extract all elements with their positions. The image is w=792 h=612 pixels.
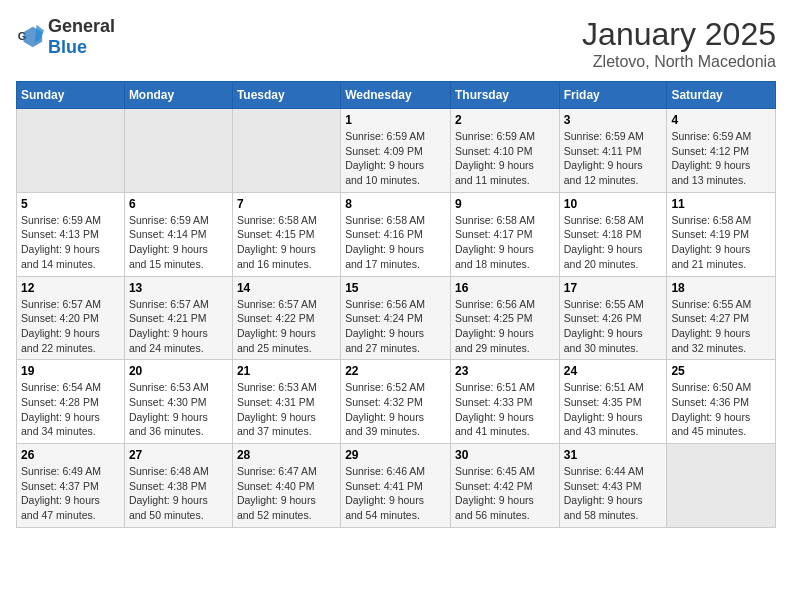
calendar-cell: 27Sunrise: 6:48 AM Sunset: 4:38 PM Dayli… — [124, 444, 232, 528]
day-info: Sunrise: 6:52 AM Sunset: 4:32 PM Dayligh… — [345, 380, 446, 439]
day-info: Sunrise: 6:53 AM Sunset: 4:30 PM Dayligh… — [129, 380, 228, 439]
day-number: 19 — [21, 364, 120, 378]
day-number: 7 — [237, 197, 336, 211]
day-number: 28 — [237, 448, 336, 462]
day-info: Sunrise: 6:59 AM Sunset: 4:13 PM Dayligh… — [21, 213, 120, 272]
day-number: 31 — [564, 448, 663, 462]
calendar-cell: 30Sunrise: 6:45 AM Sunset: 4:42 PM Dayli… — [450, 444, 559, 528]
day-number: 18 — [671, 281, 771, 295]
day-info: Sunrise: 6:56 AM Sunset: 4:24 PM Dayligh… — [345, 297, 446, 356]
calendar-cell: 14Sunrise: 6:57 AM Sunset: 4:22 PM Dayli… — [232, 276, 340, 360]
day-header-thursday: Thursday — [450, 82, 559, 109]
day-number: 9 — [455, 197, 555, 211]
day-number: 14 — [237, 281, 336, 295]
day-info: Sunrise: 6:44 AM Sunset: 4:43 PM Dayligh… — [564, 464, 663, 523]
page-subtitle: Zletovo, North Macedonia — [582, 53, 776, 71]
calendar-cell: 31Sunrise: 6:44 AM Sunset: 4:43 PM Dayli… — [559, 444, 667, 528]
page-header: G General Blue January 2025 Zletovo, Nor… — [16, 16, 776, 71]
logo-icon: G — [16, 23, 44, 51]
day-info: Sunrise: 6:58 AM Sunset: 4:19 PM Dayligh… — [671, 213, 771, 272]
day-number: 17 — [564, 281, 663, 295]
day-number: 1 — [345, 113, 446, 127]
day-info: Sunrise: 6:51 AM Sunset: 4:33 PM Dayligh… — [455, 380, 555, 439]
calendar-cell: 26Sunrise: 6:49 AM Sunset: 4:37 PM Dayli… — [17, 444, 125, 528]
calendar-cell: 28Sunrise: 6:47 AM Sunset: 4:40 PM Dayli… — [232, 444, 340, 528]
calendar-cell: 29Sunrise: 6:46 AM Sunset: 4:41 PM Dayli… — [341, 444, 451, 528]
day-number: 4 — [671, 113, 771, 127]
calendar-cell: 19Sunrise: 6:54 AM Sunset: 4:28 PM Dayli… — [17, 360, 125, 444]
day-number: 25 — [671, 364, 771, 378]
day-number: 5 — [21, 197, 120, 211]
calendar-cell — [124, 109, 232, 193]
day-info: Sunrise: 6:55 AM Sunset: 4:27 PM Dayligh… — [671, 297, 771, 356]
calendar-cell: 7Sunrise: 6:58 AM Sunset: 4:15 PM Daylig… — [232, 192, 340, 276]
week-row-3: 12Sunrise: 6:57 AM Sunset: 4:20 PM Dayli… — [17, 276, 776, 360]
calendar-cell: 8Sunrise: 6:58 AM Sunset: 4:16 PM Daylig… — [341, 192, 451, 276]
day-info: Sunrise: 6:54 AM Sunset: 4:28 PM Dayligh… — [21, 380, 120, 439]
calendar-cell: 13Sunrise: 6:57 AM Sunset: 4:21 PM Dayli… — [124, 276, 232, 360]
calendar-cell: 25Sunrise: 6:50 AM Sunset: 4:36 PM Dayli… — [667, 360, 776, 444]
day-info: Sunrise: 6:59 AM Sunset: 4:09 PM Dayligh… — [345, 129, 446, 188]
day-info: Sunrise: 6:59 AM Sunset: 4:11 PM Dayligh… — [564, 129, 663, 188]
day-header-friday: Friday — [559, 82, 667, 109]
day-header-saturday: Saturday — [667, 82, 776, 109]
week-row-5: 26Sunrise: 6:49 AM Sunset: 4:37 PM Dayli… — [17, 444, 776, 528]
calendar-cell: 9Sunrise: 6:58 AM Sunset: 4:17 PM Daylig… — [450, 192, 559, 276]
day-info: Sunrise: 6:58 AM Sunset: 4:15 PM Dayligh… — [237, 213, 336, 272]
calendar-cell — [17, 109, 125, 193]
day-info: Sunrise: 6:58 AM Sunset: 4:18 PM Dayligh… — [564, 213, 663, 272]
day-info: Sunrise: 6:57 AM Sunset: 4:20 PM Dayligh… — [21, 297, 120, 356]
day-info: Sunrise: 6:58 AM Sunset: 4:17 PM Dayligh… — [455, 213, 555, 272]
calendar-cell: 5Sunrise: 6:59 AM Sunset: 4:13 PM Daylig… — [17, 192, 125, 276]
day-number: 20 — [129, 364, 228, 378]
day-header-wednesday: Wednesday — [341, 82, 451, 109]
day-number: 15 — [345, 281, 446, 295]
day-info: Sunrise: 6:58 AM Sunset: 4:16 PM Dayligh… — [345, 213, 446, 272]
day-info: Sunrise: 6:57 AM Sunset: 4:21 PM Dayligh… — [129, 297, 228, 356]
day-header-tuesday: Tuesday — [232, 82, 340, 109]
calendar-cell: 2Sunrise: 6:59 AM Sunset: 4:10 PM Daylig… — [450, 109, 559, 193]
day-number: 10 — [564, 197, 663, 211]
calendar-cell: 3Sunrise: 6:59 AM Sunset: 4:11 PM Daylig… — [559, 109, 667, 193]
day-info: Sunrise: 6:59 AM Sunset: 4:10 PM Dayligh… — [455, 129, 555, 188]
day-number: 8 — [345, 197, 446, 211]
day-header-monday: Monday — [124, 82, 232, 109]
day-number: 6 — [129, 197, 228, 211]
week-row-1: 1Sunrise: 6:59 AM Sunset: 4:09 PM Daylig… — [17, 109, 776, 193]
day-info: Sunrise: 6:49 AM Sunset: 4:37 PM Dayligh… — [21, 464, 120, 523]
day-info: Sunrise: 6:46 AM Sunset: 4:41 PM Dayligh… — [345, 464, 446, 523]
day-number: 12 — [21, 281, 120, 295]
logo-blue: Blue — [48, 37, 87, 57]
calendar-cell: 23Sunrise: 6:51 AM Sunset: 4:33 PM Dayli… — [450, 360, 559, 444]
calendar-cell: 15Sunrise: 6:56 AM Sunset: 4:24 PM Dayli… — [341, 276, 451, 360]
day-number: 2 — [455, 113, 555, 127]
calendar-cell: 22Sunrise: 6:52 AM Sunset: 4:32 PM Dayli… — [341, 360, 451, 444]
calendar-cell: 18Sunrise: 6:55 AM Sunset: 4:27 PM Dayli… — [667, 276, 776, 360]
day-info: Sunrise: 6:51 AM Sunset: 4:35 PM Dayligh… — [564, 380, 663, 439]
day-number: 16 — [455, 281, 555, 295]
day-number: 30 — [455, 448, 555, 462]
calendar-cell: 10Sunrise: 6:58 AM Sunset: 4:18 PM Dayli… — [559, 192, 667, 276]
day-number: 13 — [129, 281, 228, 295]
day-number: 11 — [671, 197, 771, 211]
day-info: Sunrise: 6:55 AM Sunset: 4:26 PM Dayligh… — [564, 297, 663, 356]
day-header-sunday: Sunday — [17, 82, 125, 109]
day-info: Sunrise: 6:45 AM Sunset: 4:42 PM Dayligh… — [455, 464, 555, 523]
day-number: 29 — [345, 448, 446, 462]
page-title: January 2025 — [582, 16, 776, 53]
day-number: 21 — [237, 364, 336, 378]
calendar-cell: 11Sunrise: 6:58 AM Sunset: 4:19 PM Dayli… — [667, 192, 776, 276]
title-block: January 2025 Zletovo, North Macedonia — [582, 16, 776, 71]
day-info: Sunrise: 6:57 AM Sunset: 4:22 PM Dayligh… — [237, 297, 336, 356]
day-info: Sunrise: 6:47 AM Sunset: 4:40 PM Dayligh… — [237, 464, 336, 523]
calendar-cell: 12Sunrise: 6:57 AM Sunset: 4:20 PM Dayli… — [17, 276, 125, 360]
calendar-cell — [667, 444, 776, 528]
calendar-cell: 1Sunrise: 6:59 AM Sunset: 4:09 PM Daylig… — [341, 109, 451, 193]
calendar-cell: 17Sunrise: 6:55 AM Sunset: 4:26 PM Dayli… — [559, 276, 667, 360]
day-number: 24 — [564, 364, 663, 378]
calendar-cell: 6Sunrise: 6:59 AM Sunset: 4:14 PM Daylig… — [124, 192, 232, 276]
calendar-cell: 24Sunrise: 6:51 AM Sunset: 4:35 PM Dayli… — [559, 360, 667, 444]
day-number: 3 — [564, 113, 663, 127]
day-number: 23 — [455, 364, 555, 378]
day-info: Sunrise: 6:53 AM Sunset: 4:31 PM Dayligh… — [237, 380, 336, 439]
